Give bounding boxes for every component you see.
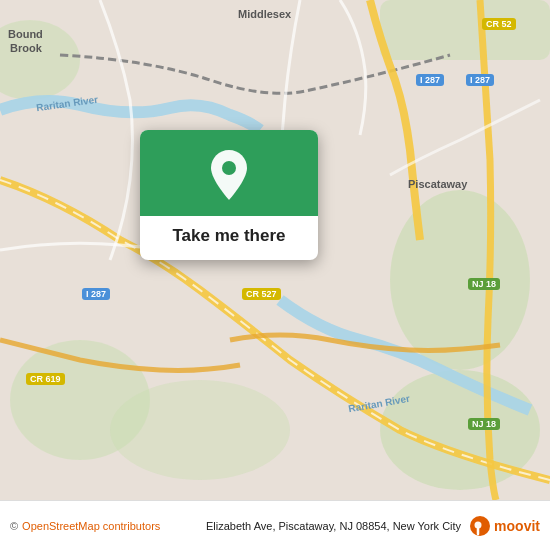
moovit-icon xyxy=(469,515,491,537)
badge-nj18-bot: NJ 18 xyxy=(468,418,500,430)
take-me-there-button[interactable]: Take me there xyxy=(140,216,318,260)
moovit-text: moovit xyxy=(494,518,540,534)
badge-i287-left: I 287 xyxy=(82,288,110,300)
moovit-logo: moovit xyxy=(469,515,540,537)
badge-i287-right: I 287 xyxy=(416,74,444,86)
label-middlesex: Middlesex xyxy=(238,8,291,20)
svg-point-1 xyxy=(390,190,530,370)
label-bound-brook: Bound xyxy=(8,28,43,40)
label-piscataway: Piscataway xyxy=(408,178,467,190)
svg-rect-6 xyxy=(380,0,550,60)
osm-link[interactable]: OpenStreetMap contributors xyxy=(22,520,160,532)
badge-nj18-right: NJ 18 xyxy=(468,278,500,290)
badge-cr619: CR 619 xyxy=(26,373,65,385)
label-bound-brook2: Brook xyxy=(10,42,42,54)
badge-i287-right2: I 287 xyxy=(466,74,494,86)
copyright-symbol: © xyxy=(10,520,18,532)
popup-card: Take me there xyxy=(140,130,318,260)
location-pin-icon xyxy=(207,148,251,202)
badge-cr52: CR 52 xyxy=(482,18,516,30)
popup-header xyxy=(140,130,318,216)
svg-point-7 xyxy=(222,161,236,175)
address-text: Elizabeth Ave, Piscataway, NJ 08854, New… xyxy=(206,520,461,532)
svg-point-5 xyxy=(110,380,290,480)
badge-cr527: CR 527 xyxy=(242,288,281,300)
bottom-bar: © OpenStreetMap contributors Elizabeth A… xyxy=(0,500,550,550)
map-container: Middlesex Bound Brook Piscataway Raritan… xyxy=(0,0,550,500)
